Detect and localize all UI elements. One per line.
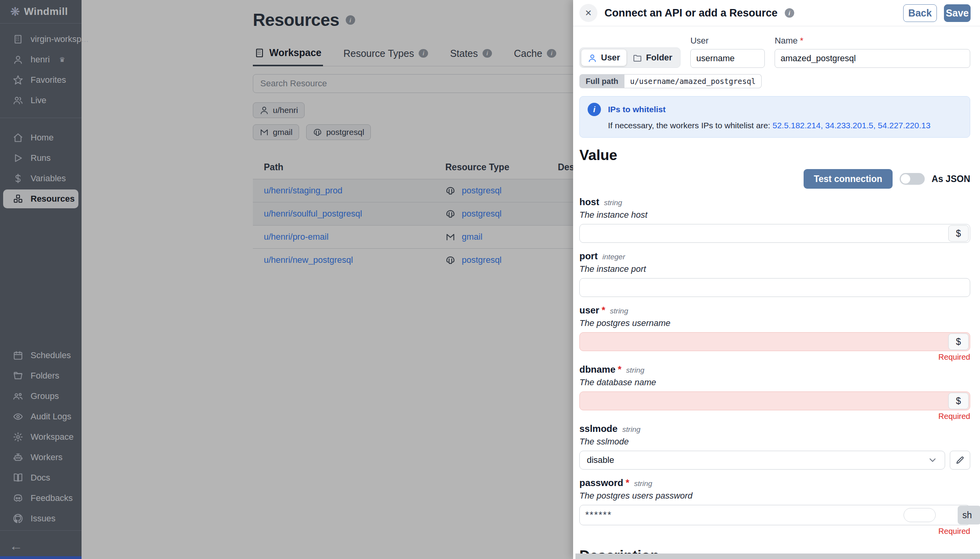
field-sslmode: sslmode string The sslmode disable — [579, 423, 970, 470]
back-button[interactable]: Back — [903, 4, 937, 22]
field-password: password* string The postgres users pass… — [579, 477, 970, 536]
value-heading: Value — [579, 147, 970, 164]
drawer-title: Connect an API or add a Resource — [604, 7, 778, 19]
required-asterisk: * — [602, 305, 605, 315]
field-description: The instance port — [579, 264, 970, 274]
chevron-down-icon — [927, 455, 938, 465]
field-type: string — [604, 198, 622, 207]
owner-kind-folder-label: Folder — [646, 53, 672, 63]
save-button[interactable]: Save — [944, 4, 971, 22]
windmill-app: ❋ Windmill virgin-worksp... henri ♛ — [0, 0, 980, 559]
horizontal-scrollbar[interactable] — [575, 554, 980, 559]
password-inline-box — [904, 508, 936, 522]
person-icon — [588, 53, 597, 62]
full-path-badge: Full path — [579, 74, 624, 88]
drawer-header: Connect an API or add a Resource Back Sa… — [573, 0, 980, 26]
field-description: The postgres username — [579, 318, 970, 328]
field-type: string — [610, 307, 628, 315]
whitelist-ips[interactable]: 52.5.182.214, 34.233.201.5, 54.227.220.1… — [773, 121, 931, 130]
sslmode-selected-value: disable — [587, 455, 614, 465]
required-asterisk: * — [618, 364, 621, 375]
required-label: Required — [579, 353, 970, 362]
insert-variable-button[interactable]: $ — [948, 333, 969, 350]
required-asterisk: * — [800, 36, 804, 46]
insert-variable-button[interactable]: $ — [948, 393, 969, 409]
field-name: port — [579, 251, 598, 262]
sslmode-select[interactable]: disable — [579, 451, 945, 470]
field-port: port integer The instance port — [579, 251, 970, 297]
port-input[interactable] — [579, 278, 970, 297]
pencil-icon — [955, 455, 965, 465]
as-json-toggle[interactable] — [900, 173, 925, 185]
field-type: integer — [603, 253, 625, 261]
owner-kind-toggle: User Folder — [579, 47, 681, 68]
dbname-input[interactable] — [579, 391, 970, 410]
owner-username-input[interactable] — [690, 49, 765, 68]
field-type: string — [626, 366, 644, 375]
close-icon[interactable] — [579, 4, 597, 22]
info-icon — [588, 103, 601, 116]
field-description: The sslmode — [579, 437, 970, 447]
drawer-body: User Folder User Name* — [573, 26, 980, 559]
full-path-value: u/username/amazed_postgresql — [624, 74, 761, 88]
field-name: sslmode — [579, 423, 617, 434]
show-password-button[interactable]: sh — [958, 506, 980, 524]
edit-raw-button[interactable] — [950, 451, 970, 470]
infobox-title: IPs to whitelist — [608, 105, 666, 114]
field-type: string — [622, 425, 640, 434]
info-icon[interactable] — [785, 8, 794, 18]
infobox-body: If necessary, the workers IPs to whiteli… — [588, 121, 962, 130]
ips-whitelist-infobox: IPs to whitelist If necessary, the worke… — [579, 96, 970, 138]
required-label: Required — [579, 412, 970, 421]
field-description: The instance host — [579, 210, 970, 220]
user-input[interactable] — [579, 332, 970, 351]
field-dbname: dbname* string The database name $ Requi… — [579, 364, 970, 421]
owner-kind-user-button[interactable]: User — [581, 49, 626, 66]
owner-kind-user-label: User — [601, 53, 620, 63]
user-field-label: User — [690, 36, 765, 46]
host-input[interactable] — [579, 224, 970, 243]
field-user: user* string The postgres username $ Req… — [579, 305, 970, 362]
field-type: string — [634, 479, 652, 488]
resource-name-input[interactable] — [775, 49, 970, 68]
field-host: host string The instance host $ — [579, 197, 970, 243]
owner-kind-folder-button[interactable]: Folder — [626, 49, 679, 66]
drawer-backdrop[interactable] — [0, 0, 573, 559]
required-label: Required — [579, 527, 970, 536]
folder-icon — [633, 53, 642, 62]
as-json-label: As JSON — [932, 174, 970, 184]
name-field-label: Name* — [775, 36, 970, 46]
field-name: host — [579, 197, 599, 208]
field-description: The database name — [579, 377, 970, 388]
test-connection-button[interactable]: Test connection — [804, 169, 893, 189]
insert-variable-button[interactable]: $ — [948, 225, 969, 242]
field-name: user* — [579, 305, 605, 316]
required-asterisk: * — [626, 477, 629, 488]
field-name: password* — [579, 477, 629, 488]
field-description: The postgres users password — [579, 491, 970, 501]
field-name: dbname* — [579, 364, 621, 375]
resource-drawer: Connect an API or add a Resource Back Sa… — [573, 0, 980, 559]
